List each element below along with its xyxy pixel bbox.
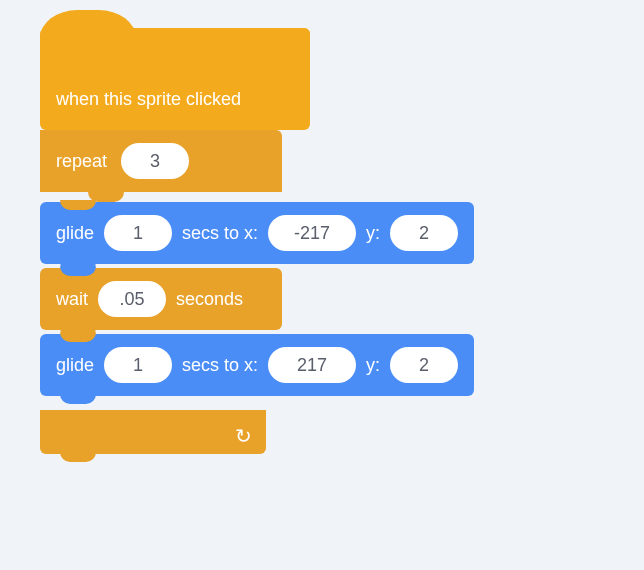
repeat-count-input[interactable]: 3 [121, 143, 189, 179]
wait-label-pre: wait [56, 289, 88, 310]
repeat-label: repeat [56, 151, 107, 172]
repeat-footer[interactable]: ↻ [40, 410, 266, 454]
event-hat-block[interactable]: when this sprite clicked [40, 28, 310, 130]
glide-y-input[interactable]: 2 [390, 347, 458, 383]
wait-block[interactable]: wait .05 seconds [40, 268, 282, 330]
glide-x-input[interactable]: -217 [268, 215, 356, 251]
glide-y-input[interactable]: 2 [390, 215, 458, 251]
notch-icon [60, 446, 96, 462]
glide-x-input[interactable]: 217 [268, 347, 356, 383]
notch-icon [60, 388, 96, 404]
glide-label-pre: glide [56, 355, 94, 376]
wait-secs-input[interactable]: .05 [98, 281, 166, 317]
hat-curve [40, 10, 136, 38]
glide-label-mid: secs to x: [182, 223, 258, 244]
notch-icon [60, 200, 96, 210]
glide-label-pre: glide [56, 223, 94, 244]
glide-label-mid: secs to x: [182, 355, 258, 376]
glide-label-y: y: [366, 223, 380, 244]
notch-icon [60, 332, 96, 342]
glide-block[interactable]: glide 1 secs to x: -217 y: 2 [40, 202, 474, 264]
block-script[interactable]: when this sprite clicked repeat 3 glide … [40, 28, 310, 454]
repeat-children[interactable]: glide 1 secs to x: -217 y: 2 wait .05 se… [40, 192, 474, 410]
notch-icon [60, 266, 96, 276]
scratch-canvas[interactable]: when this sprite clicked repeat 3 glide … [0, 0, 644, 570]
glide-secs-input[interactable]: 1 [104, 215, 172, 251]
loop-arrow-icon: ↻ [235, 424, 252, 448]
hat-flat [134, 28, 310, 38]
repeat-block[interactable]: repeat 3 glide 1 secs to x: -217 y: 2 [40, 130, 266, 454]
wait-label-post: seconds [176, 289, 243, 310]
glide-label-y: y: [366, 355, 380, 376]
notch-icon [88, 192, 124, 202]
hat-label: when this sprite clicked [56, 89, 241, 110]
glide-secs-input[interactable]: 1 [104, 347, 172, 383]
glide-block[interactable]: glide 1 secs to x: 217 y: 2 [40, 334, 474, 396]
repeat-header[interactable]: repeat 3 [40, 130, 282, 192]
